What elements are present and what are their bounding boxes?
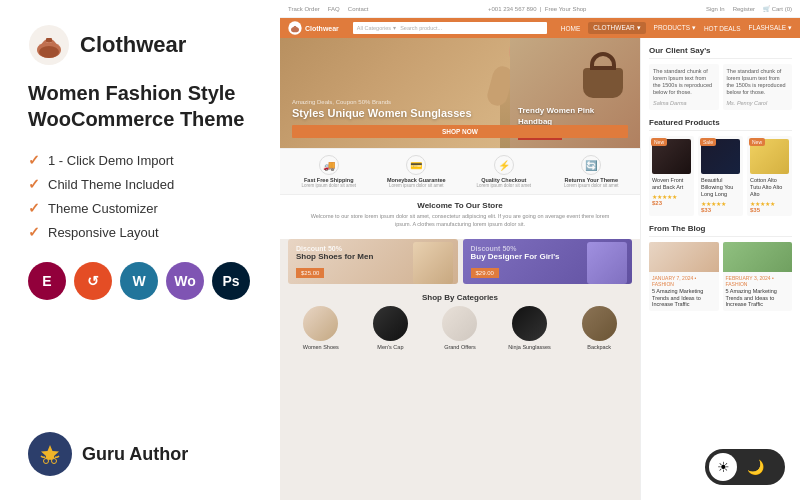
categories-title: Shop By Categories	[288, 293, 632, 302]
product-name-1: Woven Front and Back Art	[652, 177, 691, 191]
blog-cards: JANUARY 7, 2024 • FASHION 5 Amazing Mark…	[649, 242, 792, 311]
review-text-1: The standard chunk of lorem Ipsum text f…	[653, 68, 715, 97]
nav-search-bar[interactable]: All Categories ▾ Search product...	[353, 22, 547, 34]
feature-checkout: ⚡ Quality Checkout Lorem ipsum dolor sit…	[463, 155, 545, 188]
top-nav-actions: Sign In Register 🛒 Cart (0)	[706, 5, 792, 12]
blog-date-2: FEBRUARY 3, 2024 • FASHION	[726, 275, 790, 287]
nav-home[interactable]: HOME	[561, 25, 581, 32]
product-price-3: $35	[750, 207, 789, 213]
feature-item-1: ✓ 1 - Click Demo Import	[28, 152, 252, 168]
sale-content-2: Discount 50% Buy Designer For Girl's $29…	[471, 245, 560, 279]
product-rating-1: ★★★★★	[652, 193, 691, 200]
product-price-1: $23	[652, 200, 691, 206]
feature-shipping: 🚚 Fast Free Shipping Lorem ipsum dolor s…	[288, 155, 370, 188]
nav-clothwear[interactable]: CLOTHWEAR ▾	[588, 22, 645, 34]
cat-label-glasses: Ninja Sunglasses	[508, 344, 551, 350]
reviewer-2: Ms. Penny Carol	[727, 100, 789, 106]
svg-rect-3	[46, 38, 52, 42]
blog-card-2[interactable]: FEBRUARY 3, 2024 • FASHION 5 Amazing Mar…	[723, 242, 793, 311]
nav-products[interactable]: PRODUCTS ▾	[654, 24, 696, 32]
hero-text: Amazing Deals, Coupon 50% Brands Styles …	[280, 38, 640, 148]
left-panel: Clothwear Women Fashion Style WooCommerc…	[0, 0, 280, 500]
tech-icons-row: E ↺ W Wo Ps	[28, 262, 252, 300]
product-rating-2: ★★★★★	[701, 200, 740, 207]
main-area: Amazing Deals, Coupon 50% Brands Styles …	[280, 38, 640, 500]
nav-flashsale[interactable]: FLASHSALE ▾	[749, 24, 792, 32]
blog-section: From The Blog JANUARY 7, 2024 • FASHION …	[649, 224, 792, 311]
nav-hot-deals[interactable]: HOT DEALS	[704, 25, 741, 32]
main-nav: Clothwear All Categories ▾ Search produc…	[280, 18, 800, 38]
feature-returns: 🔄 Returns Your Theme Lorem ipsum dolor s…	[551, 155, 633, 188]
category-dress[interactable]: Grand Offers	[427, 306, 493, 350]
welcome-section: Welcome To Our Store Welcome to our stor…	[280, 195, 640, 239]
moneyback-icon: 💳	[406, 155, 426, 175]
woo-icon: Wo	[166, 262, 204, 300]
hero-cta-button[interactable]: SHOP NOW	[292, 125, 628, 138]
top-nav-phone: +001 234 567 890 | Free Your Shop	[488, 6, 586, 12]
sale-title-2: Buy Designer For Girl's	[471, 252, 560, 261]
elementor-icon: E	[28, 262, 66, 300]
category-shoes[interactable]: Women Shoes	[288, 306, 354, 350]
welcome-title: Welcome To Our Store	[288, 201, 632, 210]
category-bag[interactable]: Backpack	[566, 306, 632, 350]
product-badge-3: New	[749, 138, 765, 146]
returns-icon: 🔄	[581, 155, 601, 175]
ps-icon: Ps	[212, 262, 250, 300]
sale-discount-1: Discount 50%	[296, 245, 373, 252]
categories-section: Shop By Categories Women Shoes Men's Cap	[280, 289, 640, 354]
store-top-bar: Track Order FAQ Contact +001 234 567 890…	[280, 0, 800, 18]
cat-label-shoes: Women Shoes	[303, 344, 339, 350]
feature-item-3: ✓ Theme Customizer	[28, 200, 252, 216]
product-card-3[interactable]: New Cotton Alto Tutu Alto Alto Alto ★★★★…	[747, 136, 792, 216]
mockup-wrapper: Track Order FAQ Contact +001 234 567 890…	[280, 0, 800, 500]
designer-image	[587, 242, 627, 284]
product-card-1[interactable]: New Woven Front and Back Art ★★★★★ $23	[649, 136, 694, 216]
cat-img-shoes	[303, 306, 338, 341]
dark-mode-toggle[interactable]: ☀ 🌙	[705, 449, 785, 485]
blog-card-1[interactable]: JANUARY 7, 2024 • FASHION 5 Amazing Mark…	[649, 242, 719, 311]
cat-img-cap	[373, 306, 408, 341]
check-icon-3: ✓	[28, 200, 40, 216]
wordpress-icon: W	[120, 262, 158, 300]
product-badge-1: New	[651, 138, 667, 146]
sale-price-2[interactable]: $29.00	[471, 268, 499, 278]
categories-grid: Women Shoes Men's Cap Grand Offers	[288, 306, 632, 350]
svg-point-5	[44, 459, 49, 464]
blog-img-1	[649, 242, 719, 272]
sun-icon: ☀	[709, 453, 737, 481]
cat-label-bag: Backpack	[587, 344, 611, 350]
check-icon-1: ✓	[28, 152, 40, 168]
hero-slider: Amazing Deals, Coupon 50% Brands Styles …	[280, 38, 640, 148]
sale-banner-designer: Discount 50% Buy Designer For Girl's $29…	[463, 239, 633, 284]
review-card-2: The standard chunk of lorem Ipsum text f…	[723, 64, 793, 110]
nav-store-name: Clothwear	[305, 25, 339, 32]
shoe-image	[413, 242, 453, 284]
features-row: 🚚 Fast Free Shipping Lorem ipsum dolor s…	[280, 148, 640, 195]
sale-banner-shoes: Discount 50% Shop Shoes for Men $25.00	[288, 239, 458, 284]
cat-label-dress: Grand Offers	[444, 344, 476, 350]
sale-price-1[interactable]: $25.00	[296, 268, 324, 278]
category-glasses[interactable]: Ninja Sunglasses	[497, 306, 563, 350]
svg-point-2	[39, 46, 59, 58]
guru-area: Guru Author	[28, 432, 252, 476]
cat-img-glasses	[512, 306, 547, 341]
product-card-2[interactable]: Sale Beautiful Billowing You Long Long ★…	[698, 136, 743, 216]
guru-text: Guru Author	[82, 444, 188, 465]
blog-title: From The Blog	[649, 224, 792, 237]
blog-date-1: JANUARY 7, 2024 • FASHION	[652, 275, 716, 287]
right-panel: Track Order FAQ Contact +001 234 567 890…	[280, 0, 800, 500]
hero-title: Styles Unique Women Sunglasses	[292, 107, 628, 120]
blog-meta-1: JANUARY 7, 2024 • FASHION 5 Amazing Mark…	[649, 272, 719, 311]
reviews-title: Our Client Say's	[649, 46, 792, 59]
cat-img-dress	[442, 306, 477, 341]
check-icon-4: ✓	[28, 224, 40, 240]
nav-logo: Clothwear	[288, 21, 339, 35]
moon-icon: 🌙	[741, 453, 769, 481]
hero-small-label: Amazing Deals, Coupon 50% Brands	[292, 99, 628, 105]
reviewer-1: Salma Darma	[653, 100, 715, 106]
review-text-2: The standard chunk of lorem Ipsum text f…	[727, 68, 789, 97]
shipping-icon: 🚚	[319, 155, 339, 175]
blog-post-title-1: 5 Amazing Marketing Trends and Ideas to …	[652, 288, 716, 308]
product-name-3: Cotton Alto Tutu Alto Alto Alto	[750, 177, 789, 198]
category-cap[interactable]: Men's Cap	[358, 306, 424, 350]
